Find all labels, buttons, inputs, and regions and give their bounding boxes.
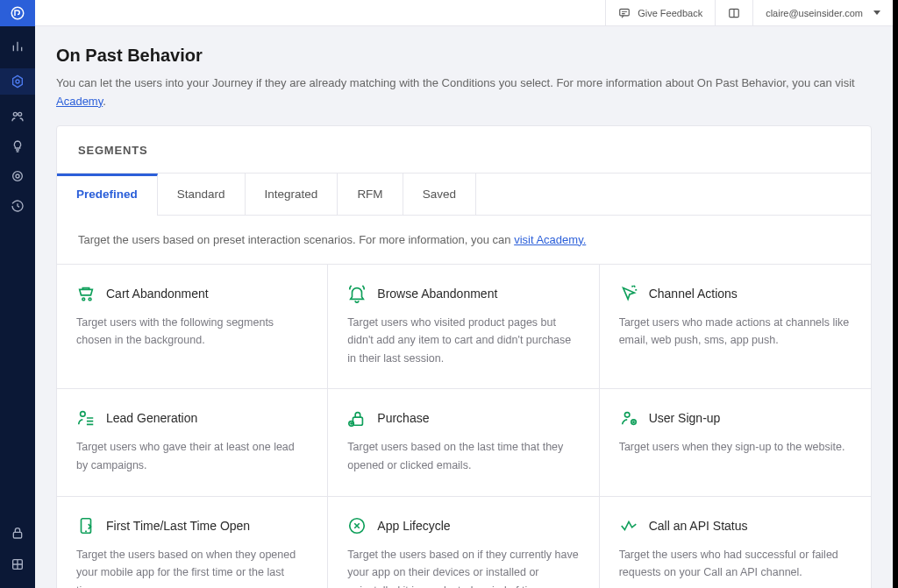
mobile-open-icon [76,516,96,535]
hint-academy-link[interactable]: visit Academy. [514,233,586,246]
card-desc: Target users with the following segments… [76,314,308,350]
card-api-status[interactable]: Call an API Status Target the users who … [600,497,871,588]
users-icon[interactable] [10,109,25,124]
card-desc: Target users who made actions at channel… [619,314,852,350]
segments-header: SEGMENTS [57,126,871,173]
svg-rect-6 [13,532,21,538]
card-desc: Target the users based on if they curren… [347,546,579,588]
tab-hint: Target the users based on preset interac… [57,216,871,265]
svg-point-15 [624,413,630,418]
tab-predefined[interactable]: Predefined [57,174,158,216]
idea-icon[interactable] [10,138,25,154]
tab-integrated[interactable]: Integrated [246,174,339,216]
svg-point-5 [16,174,19,178]
tab-standard[interactable]: Standard [158,174,246,216]
content-area: On Past Behavior You can let the users i… [35,26,893,588]
card-desc: Target the users who had successful or f… [619,546,852,582]
cart-icon [76,284,96,303]
card-title: Cart Abandonment [106,287,209,301]
card-cart-abandonment[interactable]: Cart Abandonment Target users with the f… [57,265,328,390]
right-black-strip [893,0,898,588]
card-title: First Time/Last Time Open [106,519,250,533]
top-bar: Give Feedback claire@useinsider.com [35,0,893,26]
card-desc: Target the users based on when they open… [76,546,308,588]
page-subtitle: You can let the users into your Journey … [56,74,872,111]
card-title: Lead Generation [106,411,197,425]
history-icon[interactable] [10,198,25,214]
card-lead-generation[interactable]: Lead Generation Target users who gave th… [57,389,328,496]
api-status-icon [619,516,638,535]
bell-icon [347,284,367,303]
svg-point-1 [16,80,19,83]
panel-toggle-button[interactable] [715,0,752,25]
card-desc: Target users based on the last time that… [347,438,579,474]
segments-card: SEGMENTS Predefined Standard Integrated … [56,125,872,588]
purchase-icon [347,408,367,428]
card-title: App Lifecycle [377,519,450,533]
card-title: Channel Actions [649,287,738,301]
svg-point-0 [11,7,24,19]
svg-point-12 [81,412,86,417]
svg-point-10 [82,298,85,301]
card-desc: Target users when they sign-up to the we… [619,438,852,457]
card-desc: Target users who visited product pages b… [347,314,579,368]
page-title: On Past Behavior [56,46,872,66]
analytics-icon[interactable] [10,39,25,54]
caret-down-icon [873,11,880,15]
card-channel-actions[interactable]: Channel Actions Target users who made ac… [600,265,871,390]
card-purchase[interactable]: Purchase Target users based on the last … [328,389,599,496]
card-title: Browse Abandonment [377,287,497,301]
give-feedback-button[interactable]: Give Feedback [605,0,715,25]
card-first-last-open[interactable]: First Time/Last Time Open Target the use… [57,497,328,588]
panel-icon [728,7,740,19]
grid-icon[interactable] [10,556,25,572]
card-user-signup[interactable]: User Sign-up Target users when they sign… [600,389,871,496]
svg-point-11 [89,298,91,301]
svg-point-2 [13,112,17,116]
signup-icon [619,408,638,428]
card-title: Call an API Status [649,519,748,533]
tab-saved[interactable]: Saved [403,174,476,216]
svg-rect-8 [620,9,630,16]
card-desc: Target users who gave their at least one… [76,438,308,474]
feedback-icon [618,7,631,19]
journey-icon[interactable] [0,68,35,95]
svg-point-3 [18,112,22,116]
lock-icon[interactable] [10,525,25,541]
settings-icon[interactable] [10,168,25,184]
account-menu[interactable]: claire@useinsider.com [752,0,893,25]
feedback-label: Give Feedback [638,8,702,18]
lifecycle-icon [347,516,367,535]
cursor-icon [619,284,638,303]
app-logo[interactable] [0,0,35,26]
svg-point-4 [13,172,23,181]
app-sidebar [0,0,35,588]
tabs-filler [476,174,871,216]
academy-link[interactable]: Academy [56,95,103,108]
card-browse-abandonment[interactable]: Browse Abandonment Target users who visi… [328,265,599,390]
tab-rfm[interactable]: RFM [338,174,403,216]
segments-grid: Cart Abandonment Target users with the f… [57,265,871,588]
card-title: Purchase [377,411,429,425]
card-title: User Sign-up [649,411,721,425]
card-app-lifecycle[interactable]: App Lifecycle Target the users based on … [328,497,599,588]
lead-icon [76,408,96,428]
segments-tabs: Predefined Standard Integrated RFM Saved [57,173,871,216]
account-email: claire@useinsider.com [766,8,863,18]
